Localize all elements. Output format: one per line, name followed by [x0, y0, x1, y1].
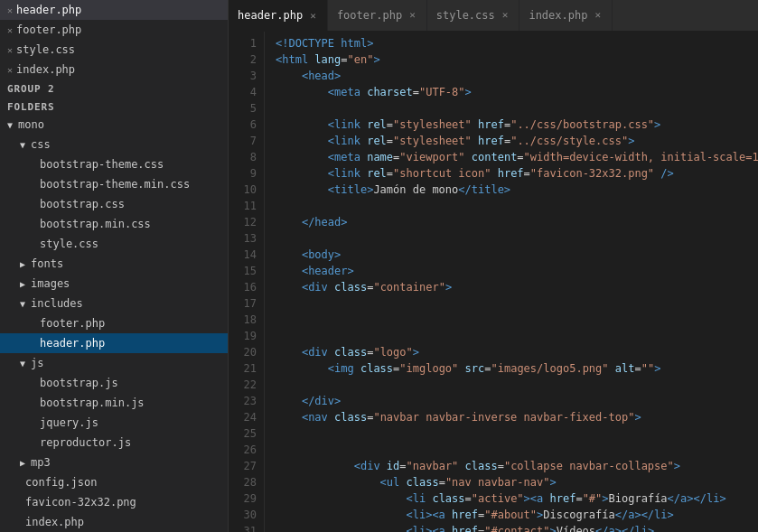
file-label: jquery.js — [40, 416, 98, 429]
file-label: bootstrap.min.js — [40, 397, 145, 409]
file-jquery-js[interactable]: jquery.js — [0, 413, 228, 433]
file-footer-php[interactable]: footer.php — [0, 313, 228, 333]
file-label: bootstrap-theme.min.css — [40, 178, 190, 191]
file-config-json[interactable]: config.json — [0, 472, 228, 492]
file-bootstrap-css[interactable]: bootstrap.css — [0, 194, 228, 214]
tab-name: footer.php — [337, 9, 402, 22]
code-line-22 — [276, 377, 758, 393]
tab-name: style.css — [436, 9, 495, 22]
file-index-php[interactable]: index.php — [0, 512, 228, 532]
code-line-8: <meta name="viewport" content="width=dev… — [276, 149, 758, 165]
folder-label: fonts — [31, 257, 63, 270]
tab-footer-php[interactable]: footer.php ✕ — [328, 0, 427, 31]
code-line-10: <title>Jamón de mono</title> — [276, 182, 758, 198]
line-numbers: 12345 678910 1112131415 1617181920 21222… — [229, 32, 265, 532]
close-icon[interactable]: ✕ — [7, 65, 13, 75]
code-line-23: </div> — [276, 393, 758, 409]
code-line-13 — [276, 230, 758, 247]
chevron-right-icon: ▶ — [16, 259, 29, 269]
file-label: header.php — [40, 337, 105, 350]
file-header-php[interactable]: header.php — [0, 333, 228, 353]
code-line-12: </head> — [276, 214, 758, 230]
tab-style-css[interactable]: style.css ✕ — [427, 0, 520, 31]
chevron-down-icon: ▼ — [16, 359, 29, 369]
code-line-2: <html lang="en"> — [276, 51, 758, 68]
chevron-down-icon: ▼ — [16, 140, 29, 150]
file-label: config.json — [25, 476, 97, 489]
file-style-css[interactable]: style.css — [0, 234, 228, 254]
tab-close-icon[interactable]: ✕ — [308, 10, 318, 22]
folder-includes[interactable]: ▼ includes — [0, 294, 228, 313]
file-bootstrap-min-css[interactable]: bootstrap.min.css — [0, 214, 228, 234]
folder-mono[interactable]: ▼ mono — [0, 115, 228, 135]
file-favicon[interactable]: favicon-32x32.png — [0, 492, 228, 512]
code-line-20: <div class="logo"> — [276, 344, 758, 360]
code-line-4: <meta charset="UTF-8"> — [276, 84, 758, 100]
sidebar: ✕ header.php ✕ footer.php ✕ style.css ✕ … — [0, 0, 229, 532]
code-line-19 — [276, 328, 758, 344]
folder-label: mono — [18, 118, 44, 131]
code-line-31: <li><a href="#contact">Vídeos</a></li> — [276, 523, 758, 532]
code-editor[interactable]: 12345 678910 1112131415 1617181920 21222… — [229, 32, 758, 532]
chevron-down-icon: ▼ — [4, 120, 16, 130]
open-file-header-php[interactable]: ✕ header.php — [0, 0, 228, 20]
close-icon[interactable]: ✕ — [7, 45, 13, 55]
file-bootstrap-theme-min-css[interactable]: bootstrap-theme.min.css — [0, 174, 228, 194]
code-content[interactable]: <!DOCTYPE html> <html lang="en"> <head> … — [265, 32, 758, 532]
tab-name: header.php — [238, 9, 303, 22]
folder-images[interactable]: ▶ images — [0, 274, 228, 294]
open-file-label: index.php — [16, 63, 75, 76]
open-file-index-php[interactable]: ✕ index.php — [0, 60, 228, 79]
folders-header: FOLDERS — [0, 98, 228, 115]
code-line-7: <link rel="stylesheet" href="../css/styl… — [276, 133, 758, 149]
open-files-section: ✕ header.php ✕ footer.php ✕ style.css ✕ … — [0, 0, 228, 79]
file-bootstrap-js[interactable]: bootstrap.js — [0, 373, 228, 393]
file-label: bootstrap.js — [40, 377, 118, 389]
close-icon[interactable]: ✕ — [7, 5, 13, 15]
code-line-9: <link rel="shortcut icon" href="favicon-… — [276, 165, 758, 182]
open-file-style-css[interactable]: ✕ style.css — [0, 40, 228, 60]
code-line-24: <nav class="navbar navbar-inverse navbar… — [276, 409, 758, 425]
tab-header-php[interactable]: header.php ✕ — [229, 0, 328, 31]
file-label: style.css — [40, 238, 98, 250]
file-label: reproductor.js — [40, 436, 131, 449]
close-icon[interactable]: ✕ — [7, 25, 13, 35]
file-bootstrap-theme-css[interactable]: bootstrap-theme.css — [0, 154, 228, 174]
file-label: bootstrap.min.css — [40, 218, 151, 230]
code-line-5 — [276, 100, 758, 117]
folder-js[interactable]: ▼ js — [0, 353, 228, 373]
code-line-21: <img class="imglogo" src="images/logo5.p… — [276, 360, 758, 377]
code-line-27: <div id="navbar" class="collapse navbar-… — [276, 458, 758, 474]
folder-mp3[interactable]: ▶ mp3 — [0, 453, 228, 472]
code-line-28: <ul class="nav navbar-nav"> — [276, 474, 758, 490]
code-line-16: <div class="container"> — [276, 279, 758, 295]
open-file-footer-php[interactable]: ✕ footer.php — [0, 20, 228, 40]
code-line-25 — [276, 425, 758, 442]
file-bootstrap-min-js[interactable]: bootstrap.min.js — [0, 393, 228, 413]
folder-label: css — [31, 138, 51, 151]
code-line-15: <header> — [276, 263, 758, 279]
tab-close-icon[interactable]: ✕ — [501, 9, 510, 21]
open-file-label: header.php — [16, 4, 81, 16]
file-label: favicon-32x32.png — [25, 496, 136, 509]
tab-close-icon[interactable]: ✕ — [593, 9, 603, 21]
folder-label: js — [31, 357, 43, 369]
folder-css[interactable]: ▼ css — [0, 135, 228, 154]
code-line-30: <li><a href="#about">Discografía</a></li… — [276, 507, 758, 523]
tab-bar: header.php ✕ footer.php ✕ style.css ✕ in… — [229, 0, 758, 32]
open-file-label: footer.php — [16, 23, 81, 36]
code-line-6: <link rel="stylesheet" href="../css/boot… — [276, 117, 758, 133]
file-label: footer.php — [40, 317, 105, 330]
folder-label: includes — [31, 297, 83, 310]
chevron-right-icon: ▶ — [16, 279, 29, 289]
tab-name: index.php — [529, 9, 587, 22]
chevron-down-icon: ▼ — [16, 299, 29, 309]
code-line-14: <body> — [276, 247, 758, 263]
tab-close-icon[interactable]: ✕ — [407, 9, 417, 21]
folder-fonts[interactable]: ▶ fonts — [0, 254, 228, 274]
file-label: index.php — [25, 516, 84, 528]
chevron-right-icon: ▶ — [16, 458, 29, 468]
file-reproductor-js[interactable]: reproductor.js — [0, 433, 228, 453]
code-line-17 — [276, 295, 758, 312]
tab-index-php[interactable]: index.php ✕ — [519, 0, 613, 31]
